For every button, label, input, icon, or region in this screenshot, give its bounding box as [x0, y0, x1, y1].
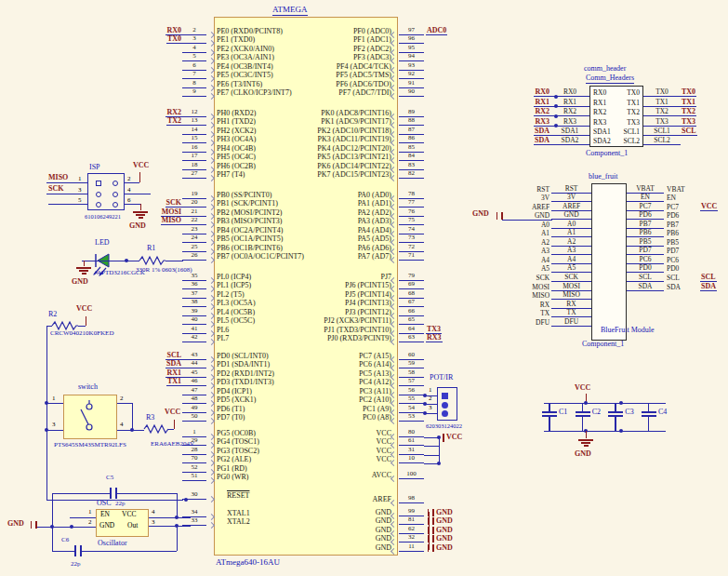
r2-part-label[interactable]: CRCW040210K0FKED [50, 330, 113, 338]
led-part-label[interactable]: APTD3216CGCK [97, 270, 145, 277]
net-label[interactable]: SCL [700, 273, 717, 282]
gnd-port[interactable]: GND [428, 526, 453, 534]
pin-row[interactable]: GND11GND [218, 543, 497, 552]
pin-row[interactable]: PJ1 (TXD3/PCINT10)64TX3 [218, 325, 497, 334]
gnd-symbol[interactable] [76, 267, 91, 275]
r3-ref-label[interactable]: R3 [146, 414, 154, 422]
pin-row[interactable]: PA0 (AD0)78 [218, 190, 497, 199]
pin-row[interactable]: GND99GND [218, 507, 497, 516]
comm-name[interactable]: Comm_Headers [586, 74, 634, 84]
net-label[interactable]: TX1 [681, 98, 696, 107]
net-label[interactable]: MISO [161, 216, 182, 225]
isp-label[interactable]: ISP [89, 164, 100, 172]
isp-part-label[interactable]: 610106249221 [85, 213, 121, 220]
bluefruit-name-label[interactable]: BlueFruit Module [601, 327, 655, 335]
isp-gnd-label[interactable]: GND [129, 222, 146, 231]
pin-row[interactable]: PC6 (A14)59 [218, 360, 497, 369]
net-label[interactable]: ADC0 [426, 26, 447, 35]
resistor-r1-icon[interactable] [139, 255, 165, 266]
pin-row[interactable]: PA7 (AD7)71 [218, 252, 497, 261]
pin-row[interactable]: GND81GND [218, 516, 497, 526]
pin-row[interactable]: PF2 (ADC2)95 [218, 44, 497, 53]
pin-row[interactable]: PA3 (AD3)75 [218, 217, 497, 226]
pin-row[interactable]: PK6 (ADC14/PCINT22)83 [218, 161, 497, 170]
chip-title[interactable]: ATMEGA [272, 6, 308, 16]
comm-pin-row[interactable]: RX1RX1RX1TX1TX1TX1 [517, 97, 714, 106]
r3-vcc-label[interactable]: VCC [165, 409, 180, 417]
comm-pin-row[interactable]: RX3RX3RX3TX3TX3TX3 [517, 116, 714, 126]
pin-row[interactable]: PA6 (AD6)72 [218, 243, 497, 252]
pin-row[interactable]: PJ2 (XCK3/PCINT11)65 [218, 316, 497, 326]
net-label[interactable]: VCC [700, 202, 718, 211]
net-label[interactable]: RX0 [165, 26, 182, 35]
pin-row[interactable]: PK2 (ADC10/PCINT18)87 [218, 126, 497, 135]
led-gnd-label[interactable]: GND [72, 278, 88, 287]
pin-row[interactable]: PA5 (AD5)73 [218, 234, 497, 244]
pin-row[interactable]: PC5 (A13)58 [218, 368, 497, 378]
net-label[interactable]: SDA [165, 359, 182, 368]
miso-net-label[interactable]: MISO [48, 174, 68, 182]
pin-row[interactable]: PK0 (ADC8/PCINT16)89 [218, 108, 497, 117]
pin-row[interactable]: PJ6 (PCINT15)69 [218, 281, 497, 290]
pin-row[interactable]: PK3 (ADC11/PCINT19)86 [218, 135, 497, 144]
bluefruit-body[interactable] [591, 183, 627, 341]
net-label[interactable]: RX2 [165, 108, 182, 117]
pin-row[interactable]: PC4 (A12)57 [218, 378, 497, 387]
capacitor[interactable]: C1 [542, 403, 566, 431]
capacitor[interactable]: C3 [608, 403, 632, 431]
net-label[interactable]: RX0 [534, 87, 550, 97]
osc-gnd-net-label[interactable]: GND [7, 520, 24, 529]
pin-row[interactable]: VCC10 [218, 455, 497, 464]
pin-row[interactable]: PC7 (A15)60 [218, 351, 497, 360]
pin-row[interactable]: VCC31 [218, 446, 497, 455]
r1-ref-label[interactable]: R1 [147, 245, 155, 253]
pin-row[interactable]: PJ3 (PCINT12)66 [218, 307, 497, 316]
gnd-port[interactable]: GND [428, 516, 453, 525]
net-label[interactable]: SCL [681, 127, 697, 136]
isp-header[interactable] [87, 173, 125, 210]
net-label[interactable]: TX3 [426, 325, 442, 334]
r2-ref-label[interactable]: R2 [48, 311, 57, 319]
isp-vcc-label[interactable]: VCC [133, 162, 149, 170]
bf-pin-row[interactable]: SDASDASDA [627, 282, 728, 291]
pot-connector[interactable] [437, 387, 457, 421]
comm-pin-row[interactable]: SDASDA2SDA2SCL2SCL2 [517, 136, 714, 145]
pin-row[interactable]: PK7 (ADC15/PCINT23)82 [218, 170, 497, 180]
c6-ref-label[interactable]: C6 [61, 537, 69, 544]
chip-part-label[interactable]: ATmega640-16AU [216, 558, 280, 568]
bluefruit-title[interactable]: blue_fruit [589, 173, 618, 181]
net-label[interactable]: RX1 [165, 368, 182, 378]
osc-label[interactable]: OSC [97, 500, 112, 508]
pin-row[interactable]: PK5 (ADC13/PCINT21)84 [218, 153, 497, 162]
net-label[interactable]: TX2 [681, 107, 696, 116]
gnd-port[interactable]: GND [428, 534, 453, 543]
comm-footer[interactable]: Component_1 [586, 150, 628, 158]
gnd-symbol[interactable] [578, 439, 593, 448]
r2-vcc-label[interactable]: VCC [76, 305, 92, 314]
comm-title[interactable]: comm_header [584, 65, 626, 74]
comm-pin-row[interactable]: RX2RX2RX2TX2TX2TX2 [517, 107, 714, 116]
switch-part-label[interactable]: PTS645SM43SMTR92LFS [54, 442, 126, 449]
pin-row[interactable]: PJ779 [218, 272, 497, 281]
net-label[interactable]: TX2 [166, 116, 182, 126]
pin-row[interactable]: PF1 (ADC1)96 [218, 35, 497, 45]
pin-row[interactable]: AVCC100 [218, 470, 497, 479]
pin-row[interactable]: PJ5 (PCINT14)68 [218, 289, 497, 299]
net-label[interactable]: TX0 [681, 87, 696, 97]
net-label[interactable]: RX3 [534, 117, 550, 127]
net-label[interactable]: RX2 [534, 107, 550, 116]
r3-part-label[interactable]: ERA6AEB204V [151, 441, 194, 449]
net-label[interactable]: SDA [534, 127, 550, 136]
caps-gnd-label[interactable]: GND [575, 450, 591, 459]
gnd-port[interactable]: GND [428, 508, 453, 516]
net-label[interactable]: RX1 [534, 98, 550, 107]
c5-value-label[interactable]: 22p [115, 501, 126, 508]
pin-row[interactable]: PK1 (ADC9/PCINT17)88 [218, 117, 497, 127]
pin-row[interactable]: GND62GND [218, 525, 497, 534]
pin-row[interactable]: PJ0 (RXD3/PCINT9)63RX3 [218, 334, 497, 343]
pin-row[interactable]: PK4 (ADC12/PCINT20)85 [218, 143, 497, 153]
pin-row[interactable]: PA1 (AD1)77 [218, 199, 497, 208]
net-label[interactable]: MOSI [161, 208, 182, 217]
comm-pin-row[interactable]: RX0RX0RX0TX0TX0TX0 [517, 87, 714, 97]
pot-label[interactable]: POT/IR [430, 374, 453, 382]
